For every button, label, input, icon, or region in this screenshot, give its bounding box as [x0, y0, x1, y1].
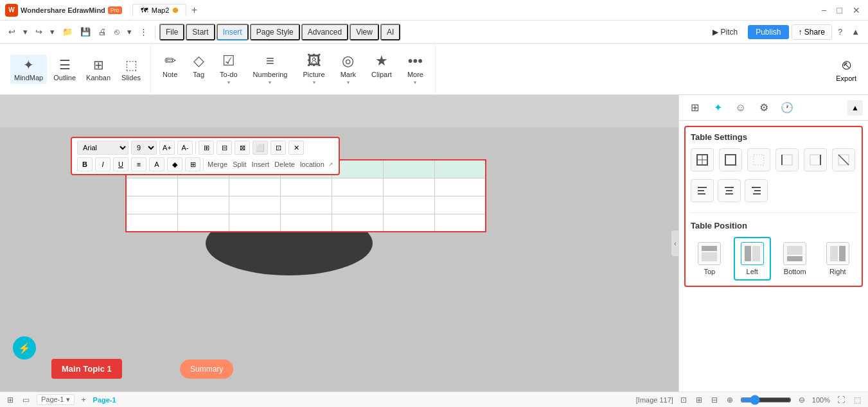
status-icon-1[interactable]: ⊞ — [5, 395, 15, 405]
align-left-btn[interactable] — [691, 179, 714, 202]
font-shrink-btn[interactable]: A- — [177, 141, 193, 155]
table-cell[interactable] — [434, 196, 486, 214]
ts-btn-right-border[interactable] — [804, 148, 827, 171]
merge-cells-icon-btn[interactable]: ⊠ — [235, 141, 250, 155]
add-page-btn[interactable]: + — [80, 395, 88, 405]
mindmap-btn[interactable]: ✦ MindMap — [10, 55, 47, 84]
font-family-select[interactable]: Arial — [77, 141, 128, 155]
close-toolbar-btn[interactable]: ✕ — [288, 141, 304, 155]
page-selector[interactable]: Page-1 ▾ — [37, 394, 75, 405]
zoom-in-btn[interactable]: ⊕ — [725, 395, 735, 405]
pitch-button[interactable]: ▶ Pitch — [705, 25, 745, 39]
underline-btn[interactable]: U — [113, 157, 128, 171]
numbering-btn[interactable]: ≡ Numbering ▾ — [247, 49, 294, 89]
minimize-button[interactable]: − — [819, 5, 829, 15]
map2-tab[interactable]: 🗺 Map2 — [132, 4, 187, 16]
menu-page-style[interactable]: Page Style — [250, 24, 300, 40]
print-button[interactable]: 🖨 — [95, 25, 110, 39]
insert-row-above-btn[interactable]: ⊞ — [199, 141, 214, 155]
redo-button[interactable]: ↪ — [32, 25, 46, 39]
table-cell[interactable] — [383, 178, 434, 196]
panel-tab-magic[interactable]: ✦ — [707, 98, 728, 118]
position-top-btn[interactable]: Top — [691, 237, 729, 281]
ts-btn-diagonal[interactable] — [832, 148, 855, 171]
align-center-btn[interactable] — [718, 179, 741, 202]
menu-view[interactable]: View — [350, 24, 379, 40]
table-cell[interactable] — [332, 178, 383, 196]
more-tools[interactable]: ⋮ — [136, 25, 151, 39]
table-cell[interactable] — [229, 214, 280, 232]
font-size-select[interactable]: 9 — [131, 141, 157, 155]
status-icon-2[interactable]: ▭ — [21, 395, 31, 405]
location-label[interactable]: location — [299, 160, 326, 168]
redo-dropdown[interactable]: ▾ — [47, 25, 58, 39]
table-cell[interactable] — [280, 178, 332, 196]
table-cell[interactable] — [126, 214, 177, 232]
panel-tab-table[interactable]: ⊞ — [684, 98, 705, 118]
text-color-btn[interactable]: A — [149, 157, 164, 171]
menu-advanced[interactable]: Advanced — [301, 24, 348, 40]
table-cell[interactable] — [177, 196, 229, 214]
align-btn[interactable]: ≡ — [131, 157, 146, 171]
slides-btn[interactable]: ⬚ Slides — [117, 55, 145, 84]
note-btn[interactable]: ✏ Note — [156, 49, 184, 82]
table-cell[interactable] — [126, 196, 177, 214]
open-button[interactable]: 📁 — [59, 25, 76, 39]
new-tab-button[interactable]: + — [188, 4, 200, 17]
export-dropdown[interactable]: ▾ — [124, 25, 135, 39]
share-button[interactable]: ↑ Share — [792, 24, 832, 40]
table-color-btn[interactable]: ⬜ — [252, 141, 268, 155]
fit-width-btn[interactable]: ⊡ — [678, 395, 689, 405]
fit-height-btn[interactable]: ⊞ — [694, 395, 704, 405]
table-cell[interactable] — [434, 178, 486, 196]
font-grow-btn[interactable]: A+ — [159, 141, 175, 155]
summary-node[interactable]: Summary — [180, 359, 233, 379]
undo-button[interactable]: ↩ — [5, 25, 19, 39]
menu-start[interactable]: Start — [186, 24, 215, 40]
panel-collapse-handle[interactable]: ‹ — [671, 230, 679, 256]
menu-ai[interactable]: AI — [380, 24, 400, 40]
table-cell[interactable] — [332, 196, 383, 214]
insert-row-below-btn[interactable]: ⊟ — [217, 141, 232, 155]
border-btn[interactable]: ⊞ — [185, 157, 200, 171]
panel-tab-settings[interactable]: ⚙ — [754, 98, 774, 118]
kanban-btn[interactable]: ⊞ Kanban — [82, 55, 114, 84]
publish-button[interactable]: Publish — [748, 25, 788, 39]
clipart-btn[interactable]: ★ Clipart — [365, 49, 398, 82]
table-cell[interactable] — [383, 214, 434, 232]
merge-label[interactable]: Merge — [206, 160, 229, 168]
table-cell[interactable] — [177, 214, 229, 232]
ts-btn-all-borders[interactable] — [691, 148, 714, 171]
picture-btn[interactable]: 🖼 Picture ▾ — [296, 49, 331, 89]
export-btn[interactable]: ⎋ Export — [829, 53, 863, 86]
maximize-button[interactable]: □ — [835, 5, 845, 15]
table-cell[interactable] — [280, 196, 332, 214]
main-topic-node[interactable]: Main Topic 1 — [51, 359, 122, 379]
fill-color-btn[interactable]: ◆ — [167, 157, 182, 171]
menu-insert[interactable]: Insert — [217, 24, 249, 40]
tag-btn[interactable]: ◇ Tag — [186, 49, 211, 82]
zoom-slider[interactable] — [740, 395, 792, 405]
ts-btn-left-border[interactable] — [775, 148, 799, 171]
save-button[interactable]: 💾 — [77, 25, 94, 39]
close-button[interactable]: ✕ — [850, 5, 863, 15]
collapse-ribbon-button[interactable]: ▲ — [848, 25, 863, 39]
zoom-fit-btn[interactable]: ⛶ — [835, 395, 847, 405]
position-bottom-btn[interactable]: Bottom — [776, 237, 814, 281]
ts-btn-no-borders[interactable] — [747, 148, 770, 171]
bold-btn[interactable]: B — [77, 157, 93, 171]
canvas-area[interactable]: Arial 9 A+ A- ⊞ ⊟ ⊠ ⬜ ⊡ ✕ B I U ≡ — [0, 95, 678, 392]
fullscreen-btn[interactable]: ⬚ — [852, 395, 863, 405]
split-label[interactable]: Split — [231, 160, 247, 168]
insert-label[interactable]: Insert — [251, 160, 271, 168]
help-button[interactable]: ? — [835, 25, 846, 39]
delete-label[interactable]: Delete — [273, 160, 296, 168]
table-cell[interactable] — [383, 160, 434, 178]
table-cell[interactable] — [229, 196, 280, 214]
mark-btn[interactable]: ◎ Mark ▾ — [334, 49, 362, 89]
position-right-btn[interactable]: Right — [819, 237, 857, 281]
todo-btn[interactable]: ☑ To-do ▾ — [213, 49, 244, 89]
table-cell[interactable] — [383, 196, 434, 214]
panel-tab-emoji[interactable]: ☺ — [731, 98, 751, 118]
more-btn[interactable]: ••• More ▾ — [401, 49, 430, 89]
